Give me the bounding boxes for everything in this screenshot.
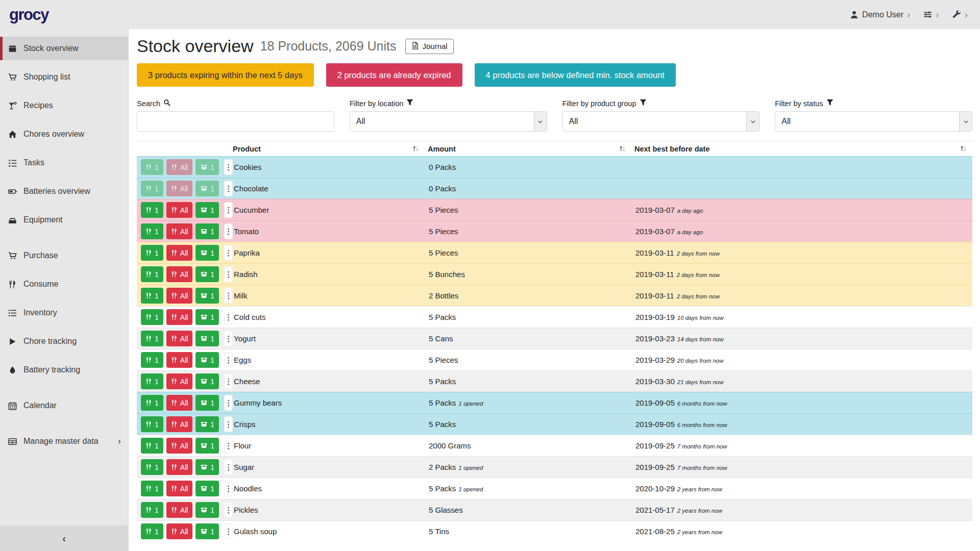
consume-all-button[interactable]: All [166,395,193,411]
sidebar-item-stock-overview[interactable]: Stock overview [0,37,128,60]
journal-button[interactable]: Journal [405,39,453,54]
row-menu-button[interactable]: ⋮ [224,266,233,282]
open-one-button[interactable]: 1 [195,309,219,325]
consume-one-button[interactable]: 1 [141,288,163,304]
row-menu-button[interactable]: ⋮ [224,523,233,539]
settings-menu[interactable]: › [923,10,939,19]
alert-button-info[interactable]: 4 products are below defined min. stock … [475,63,676,87]
consume-one-button[interactable]: 1 [141,245,163,261]
open-one-button[interactable]: 1 [195,438,219,454]
sort-icon[interactable] [619,145,628,153]
sidebar-item-calendar[interactable]: Calendar [0,394,128,417]
row-menu-button[interactable]: ⋮ [224,202,233,218]
consume-all-button[interactable]: All [166,223,193,239]
search-input[interactable] [137,111,334,132]
row-menu-button[interactable]: ⋮ [224,245,233,261]
open-one-button[interactable]: 1 [195,223,219,239]
consume-one-button[interactable]: 1 [141,309,163,325]
consume-one-button[interactable]: 1 [141,416,163,432]
consume-one-button[interactable]: 1 [141,352,163,368]
consume-all-button[interactable]: All [166,202,193,218]
row-menu-button[interactable]: ⋮ [224,502,233,518]
consume-one-button[interactable]: 1 [141,223,163,239]
sidebar-item-equipment[interactable]: Equipment [0,208,128,232]
consume-one-button[interactable]: 1 [141,395,163,411]
consume-all-button[interactable]: All [166,266,193,282]
row-menu-button[interactable]: ⋮ [224,459,233,475]
sidebar-item-manage-master-data[interactable]: Manage master data › [0,430,128,453]
consume-all-button[interactable]: All [166,245,193,261]
consume-all-button[interactable]: All [166,416,193,432]
row-menu-button[interactable]: ⋮ [224,481,233,496]
filter-by-location-select[interactable]: All [350,111,547,132]
open-one-button[interactable]: 1 [195,245,219,261]
sidebar-item-battery-tracking[interactable]: Battery tracking [0,358,128,382]
consume-one-button[interactable]: 1 [141,202,163,218]
consume-all-button[interactable]: All [166,352,193,368]
open-one-button[interactable]: 1 [195,502,219,518]
consume-all-button[interactable]: All [166,309,193,325]
open-one-button[interactable]: 1 [195,523,219,539]
sidebar-item-purchase[interactable]: Purchase [0,244,128,267]
open-one-button[interactable]: 1 [195,459,219,475]
consume-one-button[interactable]: 1 [141,373,163,389]
sidebar-item-tasks[interactable]: Tasks [0,151,128,174]
row-menu-button[interactable]: ⋮ [224,309,233,325]
row-menu-button[interactable]: ⋮ [224,288,233,304]
consume-all-button[interactable]: All [166,331,193,346]
consume-one-button[interactable]: 1 [141,502,163,518]
row-menu-button[interactable]: ⋮ [224,416,233,432]
column-header-next-best-before-date[interactable]: Next best before date [631,141,972,157]
consume-one-button[interactable]: 1 [141,438,163,454]
row-menu-button[interactable]: ⋮ [224,438,233,454]
row-menu-button[interactable]: ⋮ [224,395,233,411]
open-one-button[interactable]: 1 [195,202,219,218]
open-one-button[interactable]: 1 [195,373,219,389]
open-one-button[interactable]: 1 [195,266,219,282]
filter-by-product-group-select[interactable]: All [562,111,760,132]
sidebar-collapse-button[interactable]: ‹ [0,525,128,551]
consume-all-button[interactable]: All [166,373,193,389]
sort-icon[interactable] [412,145,422,153]
consume-all-button[interactable]: All [166,181,193,196]
open-one-button[interactable]: 1 [195,416,219,432]
consume-one-button[interactable]: 1 [141,181,163,196]
column-header-amount[interactable]: Amount [425,141,631,157]
consume-all-button[interactable]: All [166,159,193,175]
open-one-button[interactable]: 1 [195,288,219,304]
consume-all-button[interactable]: All [166,481,193,496]
row-menu-button[interactable]: ⋮ [224,159,233,175]
row-menu-button[interactable]: ⋮ [224,352,233,368]
open-one-button[interactable]: 1 [195,181,219,196]
row-menu-button[interactable]: ⋮ [224,331,233,346]
admin-menu[interactable]: › [952,10,968,19]
consume-one-button[interactable]: 1 [141,266,163,282]
consume-one-button[interactable]: 1 [141,459,163,475]
sidebar-item-recipes[interactable]: Recipes [0,94,128,117]
filter-by-status-select[interactable]: All [775,111,972,132]
open-one-button[interactable]: 1 [195,331,219,346]
sidebar-item-shopping-list[interactable]: Shopping list [0,65,128,89]
row-menu-button[interactable]: ⋮ [224,223,233,239]
open-one-button[interactable]: 1 [195,481,219,496]
consume-all-button[interactable]: All [166,459,193,475]
consume-one-button[interactable]: 1 [141,159,163,175]
consume-all-button[interactable]: All [166,523,193,539]
consume-one-button[interactable]: 1 [141,331,163,346]
consume-all-button[interactable]: All [166,502,193,518]
alert-button-danger[interactable]: 2 products are already expired [326,63,462,87]
open-one-button[interactable]: 1 [195,395,219,411]
sidebar-item-batteries-overview[interactable]: Batteries overview [0,180,128,203]
sidebar-item-chores-overview[interactable]: Chores overview [0,122,128,146]
consume-all-button[interactable]: All [166,288,193,304]
open-one-button[interactable]: 1 [195,352,219,368]
sidebar-item-chore-tracking[interactable]: Chore tracking [0,330,128,353]
consume-one-button[interactable]: 1 [141,523,163,539]
column-header-product[interactable]: Product [230,141,425,157]
row-menu-button[interactable]: ⋮ [224,373,233,389]
consume-one-button[interactable]: 1 [141,481,163,496]
sidebar-item-consume[interactable]: Consume [0,272,128,296]
user-menu[interactable]: Demo User › [850,10,910,19]
row-menu-button[interactable]: ⋮ [224,181,233,196]
consume-all-button[interactable]: All [166,438,193,454]
